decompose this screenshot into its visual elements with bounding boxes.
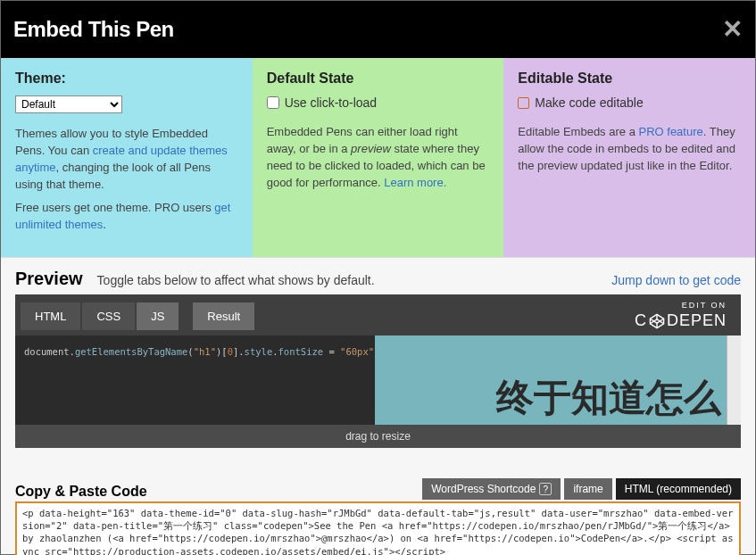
- help-icon[interactable]: ?: [539, 483, 552, 495]
- tab-wordpress[interactable]: WordPress Shortcode ?: [422, 478, 561, 500]
- code-type-tabs: WordPress Shortcode ? iframe HTML (recom…: [422, 478, 741, 500]
- text: Free users get one theme. PRO users: [15, 201, 214, 214]
- logo-depen: DEPEN: [667, 311, 727, 330]
- logo-c: C: [635, 311, 647, 330]
- preview-header-left: Preview Toggle tabs below to affect what…: [15, 269, 375, 289]
- click-to-load-label: Use click-to-load: [285, 95, 377, 110]
- panel-theme: Theme: Default Themes allow you to style…: [1, 58, 253, 257]
- preview-split: document.getElementsByTagName("h1")[0].s…: [15, 335, 741, 425]
- codepen-branding[interactable]: EDIT ON C DEPEN: [635, 302, 727, 330]
- close-icon[interactable]: ✕: [722, 17, 743, 42]
- editable-state-description: Editable Embeds are a PRO feature. They …: [518, 124, 741, 175]
- link-learn-more[interactable]: Learn more.: [384, 176, 446, 189]
- preview-heading: Preview: [15, 269, 83, 289]
- click-to-load-row: Use click-to-load: [267, 95, 490, 110]
- embed-code-box[interactable]: <p data-height="163" data-theme-id="0" d…: [15, 501, 741, 555]
- default-state-heading: Default State: [267, 70, 490, 87]
- make-editable-label: Make code editable: [535, 95, 643, 110]
- theme-select[interactable]: Default: [15, 95, 122, 113]
- embed-modal: Embed This Pen ✕ Theme: Default Themes a…: [0, 0, 756, 555]
- tab-wordpress-label: WordPress Shortcode: [431, 483, 536, 495]
- codepen-logo: C DEPEN: [635, 311, 727, 330]
- code-pane[interactable]: document.getElementsByTagName("h1")[0].s…: [15, 335, 375, 425]
- tab-css[interactable]: CSS: [82, 302, 135, 330]
- make-editable-row: Make code editable: [518, 95, 741, 110]
- text: Editable Embeds are a: [518, 125, 638, 138]
- theme-description-2: Free users get one theme. PRO users get …: [15, 200, 238, 234]
- text: .: [103, 218, 106, 231]
- options-panels: Theme: Default Themes allow you to style…: [1, 58, 755, 258]
- click-to-load-checkbox[interactable]: [267, 96, 279, 109]
- preview-header: Preview Toggle tabs below to affect what…: [1, 258, 755, 294]
- tab-iframe[interactable]: iframe: [564, 478, 611, 500]
- preview-toolbar: HTML CSS JS Result EDIT ON C DEPEN: [15, 294, 741, 335]
- preview-subtitle: Toggle tabs below to affect what shows b…: [97, 273, 375, 287]
- default-state-description: Embedded Pens can either load right away…: [267, 124, 490, 191]
- edit-on-label: EDIT ON: [635, 302, 727, 310]
- panel-editable-state: Editable State Make code editable Editab…: [503, 58, 755, 257]
- copy-paste-heading: Copy & Paste Code: [15, 484, 147, 500]
- tab-result[interactable]: Result: [193, 302, 254, 330]
- tab-html-recommended[interactable]: HTML (recommended): [616, 478, 741, 500]
- link-pro-feature[interactable]: PRO feature: [638, 125, 702, 138]
- modal-header: Embed This Pen ✕: [1, 1, 755, 58]
- tab-html[interactable]: HTML: [21, 302, 80, 330]
- theme-description-1: Themes allow you to style Embedded Pens.…: [15, 126, 238, 193]
- jump-to-code-link[interactable]: Jump down to get code: [611, 273, 741, 287]
- modal-title: Embed This Pen: [13, 17, 174, 42]
- codepen-cube-icon: [649, 313, 665, 329]
- preview-area: HTML CSS JS Result EDIT ON C DEPEN: [15, 294, 741, 448]
- text-italic: preview: [351, 142, 391, 155]
- copy-paste-header: Copy & Paste Code WordPress Shortcode ? …: [1, 448, 755, 500]
- tab-js[interactable]: JS: [137, 302, 179, 330]
- editable-state-heading: Editable State: [518, 70, 741, 87]
- drag-resize-bar[interactable]: drag to resize: [15, 425, 741, 448]
- theme-heading: Theme:: [15, 70, 238, 87]
- result-pane[interactable]: 终于知道怎么: [375, 335, 727, 425]
- preview-tabs: HTML CSS JS Result: [21, 302, 254, 330]
- panel-default-state: Default State Use click-to-load Embedded…: [253, 58, 504, 257]
- make-editable-checkbox[interactable]: [518, 97, 529, 109]
- scrollbar-vertical[interactable]: [727, 335, 741, 425]
